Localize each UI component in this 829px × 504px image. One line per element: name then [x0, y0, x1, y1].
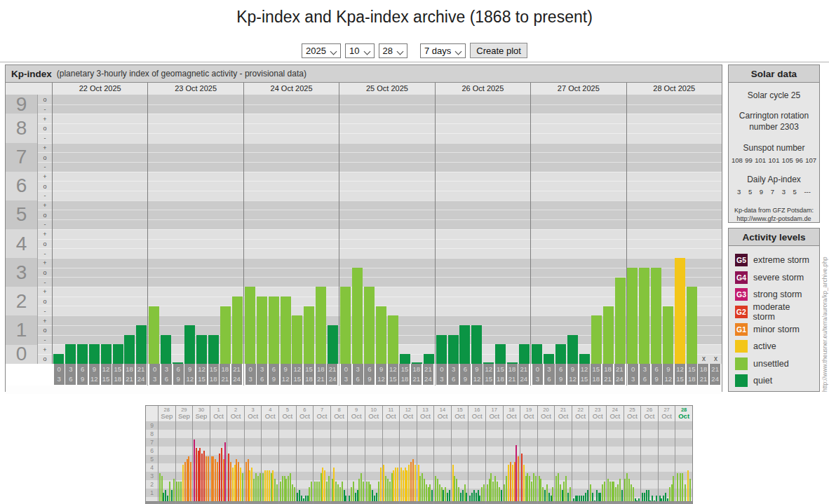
hour-label: 36 — [448, 364, 459, 385]
hour-label: 36 — [161, 364, 172, 385]
overview-day-label: 30Sep — [193, 406, 210, 421]
kp-bar — [471, 325, 482, 364]
hour-end: 3 — [245, 374, 256, 384]
kp-bar — [53, 354, 64, 364]
overview-kp-bar — [305, 496, 306, 501]
overview-kp-bar — [245, 462, 247, 501]
hour-label: 69 — [555, 364, 566, 385]
kp-bar — [687, 287, 697, 364]
overview-day-column: 17Oct — [485, 406, 503, 504]
hour-end: 6 — [544, 374, 555, 384]
hour-end: 24 — [710, 374, 720, 384]
overview-bars — [452, 421, 469, 501]
overview-kp-bar — [487, 484, 488, 501]
overview-kp-bar — [667, 498, 668, 501]
hour-start: 15 — [304, 365, 314, 374]
activity-level-label: active — [753, 341, 776, 351]
overview-kp-bar — [435, 476, 436, 501]
hour-end: 9 — [173, 374, 184, 384]
overview-kp-bar — [309, 487, 310, 501]
kp-index-chart-panel: Kp-index (planetary 3-hourly index of ge… — [5, 64, 722, 392]
overview-kp-bar — [339, 487, 341, 501]
year-select[interactable]: 2025 — [302, 43, 341, 58]
kp-bar — [519, 344, 530, 364]
overview-kp-bar — [443, 490, 444, 501]
overview-kp-bar — [385, 476, 386, 501]
create-plot-button[interactable]: Create plot — [470, 43, 527, 58]
y-axis-tick: - — [38, 133, 52, 143]
kp-chart-header: Kp-index (planetary 3-hourly index of ge… — [6, 65, 722, 83]
overview-kp-bar — [178, 482, 180, 501]
overview-bars — [659, 421, 675, 501]
hour-end: 9 — [364, 374, 375, 384]
overview-kp-bar — [196, 448, 197, 501]
overview-kp-bar — [249, 470, 250, 501]
overview-kp-bar — [363, 482, 364, 501]
ap-index-label: Daily Ap-index — [729, 175, 819, 184]
hour-label: 1518 — [304, 364, 314, 385]
bar-slot — [220, 95, 231, 364]
y-axis-tick: o — [38, 152, 52, 162]
overview-kp-bar — [456, 479, 457, 501]
overview-day-label: 10Oct — [365, 406, 382, 421]
bar-slot — [363, 95, 375, 364]
hour-label: 2124 — [136, 364, 147, 385]
hour-start: 0 — [245, 365, 256, 374]
hour-end: 24 — [231, 374, 242, 384]
kp-bar — [412, 362, 422, 364]
g3-swatch: G3 — [735, 288, 748, 301]
overview-kp-bar — [267, 470, 268, 501]
bar-slot — [567, 95, 579, 364]
kp-bar — [257, 297, 267, 364]
kp-data-source: Kp-data from GFZ Potsdam: http://www.gfz… — [729, 206, 819, 223]
date-header: 28 Oct 2025 — [627, 83, 722, 95]
overview-kp-bar — [494, 476, 496, 501]
hour-start: 6 — [555, 365, 566, 374]
sunspot-value: 105 — [782, 156, 793, 164]
overview-kp-bar — [483, 484, 485, 501]
overview-day-month: Oct — [538, 413, 555, 420]
overview-day-column: 28Sep — [158, 406, 175, 504]
hour-start: 6 — [460, 365, 471, 374]
hour-end: 15 — [101, 374, 112, 384]
sunspot-label: Sunspot number — [729, 143, 819, 153]
day-select[interactable]: 28 — [379, 43, 407, 58]
hour-start: 18 — [602, 365, 613, 374]
hour-start: 12 — [483, 365, 494, 374]
overview-day-label: 12Oct — [400, 406, 417, 421]
kp-bar — [388, 315, 398, 364]
overview-kp-bar — [221, 448, 222, 501]
overview-kp-bar — [445, 487, 446, 501]
bar-slot — [686, 95, 698, 364]
hour-label: 1518 — [208, 364, 219, 385]
month-select[interactable]: 10 — [345, 43, 374, 58]
kp-bar — [567, 335, 578, 364]
bar-slot — [172, 95, 184, 364]
overview-y-label: 1 — [146, 489, 158, 497]
no-data-marker: x — [714, 354, 717, 364]
overview-kp-bar — [581, 496, 582, 501]
overview-kp-bar — [260, 473, 261, 501]
overview-day-month: Oct — [348, 413, 365, 420]
overview-kp-bar — [447, 493, 448, 501]
bar-slot — [100, 95, 112, 364]
hour-start: 3 — [544, 365, 555, 374]
overview-bars — [469, 421, 485, 501]
y-axis-label: 5 — [6, 200, 37, 229]
overview-kp-bar — [617, 484, 619, 501]
hour-end: 9 — [460, 374, 471, 384]
hour-end: 6 — [640, 374, 650, 384]
overview-bars — [227, 421, 244, 501]
bar-slot — [387, 95, 399, 364]
ap-value: 3 — [782, 188, 786, 196]
hour-end: 18 — [687, 374, 697, 384]
hour-label: 912 — [663, 364, 673, 385]
range-select[interactable]: 7 days — [420, 43, 466, 58]
overview-bars — [314, 421, 330, 501]
bar-slot — [423, 95, 435, 364]
kp-bar — [65, 344, 76, 364]
overview-kp-bar — [687, 470, 689, 501]
hour-end: 3 — [436, 374, 447, 384]
overview-kp-bar — [299, 490, 300, 501]
activity-levels-title: Activity levels — [742, 232, 805, 243]
